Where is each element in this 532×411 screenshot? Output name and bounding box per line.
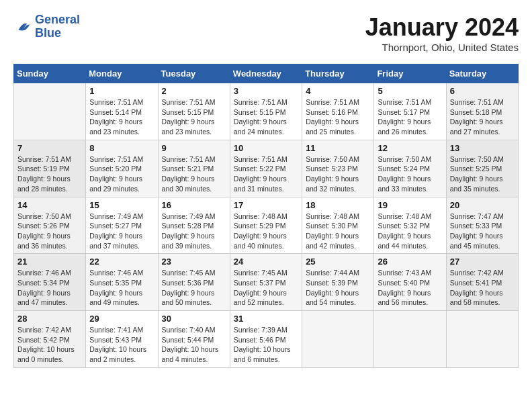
day-info: Sunrise: 7:46 AM Sunset: 5:35 PM Dayligh…	[89, 268, 154, 308]
calendar-cell: 18Sunrise: 7:48 AM Sunset: 5:30 PM Dayli…	[302, 197, 374, 254]
calendar-cell: 20Sunrise: 7:47 AM Sunset: 5:33 PM Dayli…	[446, 197, 518, 254]
calendar-cell: 26Sunrise: 7:43 AM Sunset: 5:40 PM Dayli…	[374, 254, 446, 311]
day-info: Sunrise: 7:47 AM Sunset: 5:33 PM Dayligh…	[450, 212, 515, 251]
day-info: Sunrise: 7:41 AM Sunset: 5:43 PM Dayligh…	[89, 325, 154, 365]
calendar-cell: 11Sunrise: 7:50 AM Sunset: 5:23 PM Dayli…	[302, 140, 374, 197]
day-info: Sunrise: 7:49 AM Sunset: 5:28 PM Dayligh…	[162, 212, 226, 251]
day-info: Sunrise: 7:51 AM Sunset: 5:15 PM Dayligh…	[234, 97, 298, 137]
day-number: 31	[234, 314, 298, 324]
page-header: General Blue January 2024 Thornport, Ohi…	[13, 13, 519, 53]
day-number: 10	[234, 143, 298, 153]
day-number: 11	[306, 143, 370, 153]
calendar-cell	[14, 83, 86, 140]
calendar-cell: 30Sunrise: 7:40 AM Sunset: 5:44 PM Dayli…	[158, 311, 230, 368]
calendar-cell: 8Sunrise: 7:51 AM Sunset: 5:20 PM Daylig…	[86, 140, 158, 197]
day-header-tuesday: Tuesday	[158, 64, 230, 83]
calendar-cell: 22Sunrise: 7:46 AM Sunset: 5:35 PM Dayli…	[86, 254, 158, 311]
day-info: Sunrise: 7:39 AM Sunset: 5:46 PM Dayligh…	[234, 325, 298, 365]
day-info: Sunrise: 7:50 AM Sunset: 5:23 PM Dayligh…	[306, 154, 370, 194]
day-info: Sunrise: 7:40 AM Sunset: 5:44 PM Dayligh…	[162, 325, 226, 365]
day-header-monday: Monday	[86, 64, 158, 83]
logo-text: General Blue	[35, 13, 80, 40]
logo-icon	[13, 17, 32, 36]
day-number: 8	[89, 143, 154, 153]
location: Thornport, Ohio, United States	[365, 42, 519, 53]
day-number: 18	[306, 200, 370, 210]
day-info: Sunrise: 7:48 AM Sunset: 5:29 PM Dayligh…	[234, 212, 298, 251]
calendar-cell: 28Sunrise: 7:42 AM Sunset: 5:42 PM Dayli…	[14, 311, 86, 368]
day-info: Sunrise: 7:45 AM Sunset: 5:37 PM Dayligh…	[234, 268, 298, 308]
calendar-cell: 21Sunrise: 7:46 AM Sunset: 5:34 PM Dayli…	[14, 254, 86, 311]
day-header-sunday: Sunday	[14, 64, 86, 83]
day-info: Sunrise: 7:50 AM Sunset: 5:24 PM Dayligh…	[378, 154, 442, 194]
calendar-cell: 27Sunrise: 7:42 AM Sunset: 5:41 PM Dayli…	[446, 254, 518, 311]
day-number: 7	[17, 143, 82, 153]
day-info: Sunrise: 7:42 AM Sunset: 5:42 PM Dayligh…	[17, 325, 82, 365]
day-number: 24	[234, 257, 298, 267]
calendar-cell: 1Sunrise: 7:51 AM Sunset: 5:14 PM Daylig…	[86, 83, 158, 140]
day-info: Sunrise: 7:51 AM Sunset: 5:14 PM Dayligh…	[89, 97, 154, 137]
calendar-header-row: SundayMondayTuesdayWednesdayThursdayFrid…	[14, 64, 519, 83]
calendar-cell	[374, 311, 446, 368]
calendar-cell: 13Sunrise: 7:50 AM Sunset: 5:25 PM Dayli…	[446, 140, 518, 197]
calendar-cell: 29Sunrise: 7:41 AM Sunset: 5:43 PM Dayli…	[86, 311, 158, 368]
day-number: 9	[162, 143, 226, 153]
day-number: 1	[89, 86, 154, 96]
day-number: 20	[450, 200, 515, 210]
calendar-cell	[302, 311, 374, 368]
calendar-cell: 23Sunrise: 7:45 AM Sunset: 5:36 PM Dayli…	[158, 254, 230, 311]
day-number: 16	[162, 200, 226, 210]
calendar-cell: 7Sunrise: 7:51 AM Sunset: 5:19 PM Daylig…	[14, 140, 86, 197]
day-number: 26	[378, 257, 442, 267]
day-info: Sunrise: 7:51 AM Sunset: 5:17 PM Dayligh…	[378, 97, 442, 137]
day-info: Sunrise: 7:51 AM Sunset: 5:16 PM Dayligh…	[306, 97, 370, 137]
day-info: Sunrise: 7:51 AM Sunset: 5:19 PM Dayligh…	[17, 154, 82, 194]
day-number: 14	[17, 200, 82, 210]
day-number: 12	[378, 143, 442, 153]
calendar-cell: 3Sunrise: 7:51 AM Sunset: 5:15 PM Daylig…	[230, 83, 302, 140]
calendar-week-2: 7Sunrise: 7:51 AM Sunset: 5:19 PM Daylig…	[14, 140, 519, 197]
day-info: Sunrise: 7:51 AM Sunset: 5:15 PM Dayligh…	[162, 97, 226, 137]
day-number: 5	[378, 86, 442, 96]
day-number: 6	[450, 86, 515, 96]
calendar-cell: 14Sunrise: 7:50 AM Sunset: 5:26 PM Dayli…	[14, 197, 86, 254]
day-header-thursday: Thursday	[302, 64, 374, 83]
calendar-cell: 17Sunrise: 7:48 AM Sunset: 5:29 PM Dayli…	[230, 197, 302, 254]
day-info: Sunrise: 7:51 AM Sunset: 5:21 PM Dayligh…	[162, 154, 226, 194]
day-number: 29	[89, 314, 154, 324]
day-info: Sunrise: 7:44 AM Sunset: 5:39 PM Dayligh…	[306, 268, 370, 308]
calendar-cell: 15Sunrise: 7:49 AM Sunset: 5:27 PM Dayli…	[86, 197, 158, 254]
day-number: 25	[306, 257, 370, 267]
day-number: 30	[162, 314, 226, 324]
calendar-cell: 6Sunrise: 7:51 AM Sunset: 5:18 PM Daylig…	[446, 83, 518, 140]
day-info: Sunrise: 7:51 AM Sunset: 5:18 PM Dayligh…	[450, 97, 515, 137]
day-number: 4	[306, 86, 370, 96]
day-info: Sunrise: 7:46 AM Sunset: 5:34 PM Dayligh…	[17, 268, 82, 308]
day-info: Sunrise: 7:50 AM Sunset: 5:25 PM Dayligh…	[450, 154, 515, 194]
day-number: 15	[89, 200, 154, 210]
day-info: Sunrise: 7:48 AM Sunset: 5:30 PM Dayligh…	[306, 212, 370, 251]
calendar-cell: 5Sunrise: 7:51 AM Sunset: 5:17 PM Daylig…	[374, 83, 446, 140]
calendar-cell	[446, 311, 518, 368]
calendar-cell: 9Sunrise: 7:51 AM Sunset: 5:21 PM Daylig…	[158, 140, 230, 197]
day-number: 2	[162, 86, 226, 96]
calendar-cell: 10Sunrise: 7:51 AM Sunset: 5:22 PM Dayli…	[230, 140, 302, 197]
day-number: 13	[450, 143, 515, 153]
calendar-table: SundayMondayTuesdayWednesdayThursdayFrid…	[13, 64, 519, 368]
calendar-cell: 19Sunrise: 7:48 AM Sunset: 5:32 PM Dayli…	[374, 197, 446, 254]
month-title: January 2024	[365, 13, 519, 42]
calendar-cell: 12Sunrise: 7:50 AM Sunset: 5:24 PM Dayli…	[374, 140, 446, 197]
day-header-saturday: Saturday	[446, 64, 518, 83]
calendar-cell: 31Sunrise: 7:39 AM Sunset: 5:46 PM Dayli…	[230, 311, 302, 368]
day-number: 17	[234, 200, 298, 210]
calendar-week-1: 1Sunrise: 7:51 AM Sunset: 5:14 PM Daylig…	[14, 83, 519, 140]
title-block: January 2024 Thornport, Ohio, United Sta…	[365, 13, 519, 53]
calendar-cell: 25Sunrise: 7:44 AM Sunset: 5:39 PM Dayli…	[302, 254, 374, 311]
day-number: 27	[450, 257, 515, 267]
day-info: Sunrise: 7:43 AM Sunset: 5:40 PM Dayligh…	[378, 268, 442, 308]
day-number: 28	[17, 314, 82, 324]
calendar-cell: 16Sunrise: 7:49 AM Sunset: 5:28 PM Dayli…	[158, 197, 230, 254]
calendar-cell: 4Sunrise: 7:51 AM Sunset: 5:16 PM Daylig…	[302, 83, 374, 140]
day-number: 19	[378, 200, 442, 210]
day-info: Sunrise: 7:51 AM Sunset: 5:20 PM Dayligh…	[89, 154, 154, 194]
